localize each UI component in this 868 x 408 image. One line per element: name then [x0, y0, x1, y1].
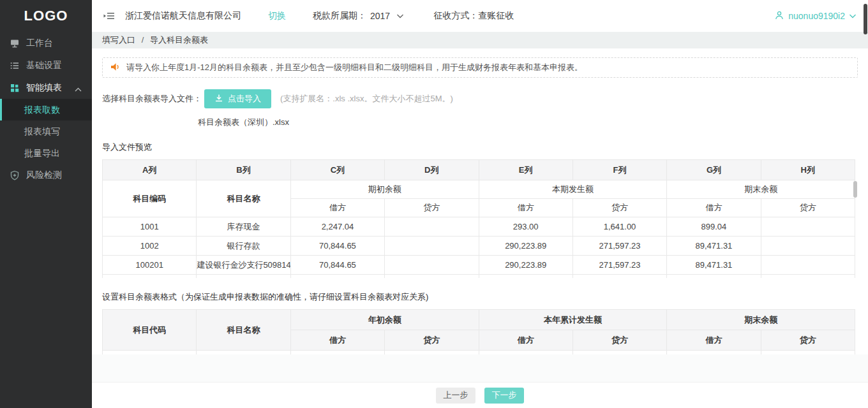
table-cell: 70,844.65 — [290, 256, 384, 275]
tax-period-label: 税款所属期： — [313, 10, 366, 22]
table-cell: 290,223.89 — [479, 256, 572, 275]
table-cell: 89,471.31 — [667, 256, 761, 275]
table-row: 100201建设银行金沙支行50981470,844.65290,223.892… — [103, 256, 855, 275]
breadcrumb-separator: / — [142, 35, 144, 45]
table-cell — [761, 275, 855, 279]
table-cell: 库存现金 — [197, 217, 290, 237]
sidebar-item-label: 基础设置 — [26, 60, 62, 71]
imported-filename: 科目余额表（深圳）.xlsx — [198, 117, 858, 128]
sidebar-item-label: 报表填写 — [24, 126, 60, 136]
import-button[interactable]: 点击导入 — [204, 89, 271, 108]
header-debit: 借方 — [479, 199, 572, 217]
chevron-down-icon — [849, 11, 857, 21]
table-cell: 100201 — [103, 256, 197, 275]
header-debit: 借方 — [290, 330, 384, 351]
chevron-up-icon — [75, 84, 82, 94]
sidebar-subitem-batch-export[interactable]: 批量导出 — [0, 142, 92, 164]
preview-table-wrap: A列 B列 C列 D列 E列 F列 G列 H列 科目编码 科目名称 期初余额 本… — [102, 159, 855, 278]
table-cell — [103, 275, 197, 279]
sidebar-item-workbench[interactable]: 工作台 — [0, 32, 92, 54]
page-scrollbar-thumb[interactable] — [864, 4, 867, 34]
table-cell: 2,247.04 — [290, 217, 384, 237]
tax-period-value[interactable]: 2017 — [370, 11, 390, 21]
table-cell — [290, 275, 384, 279]
table-cell: 1001 — [103, 217, 197, 237]
column-header: D列 — [385, 160, 479, 180]
table-cell: 1,641.00 — [572, 217, 666, 237]
app-logo: LOGO — [0, 0, 92, 32]
table-cell: 271,597.23 — [572, 256, 666, 275]
column-header: E列 — [479, 160, 572, 180]
table-row — [103, 275, 855, 279]
speaker-icon — [110, 62, 121, 74]
monitor-icon — [10, 38, 20, 48]
header-current-amount: 本期发生额 — [479, 180, 667, 199]
table-cell: 290,223.89 — [479, 237, 572, 256]
breadcrumb-parent[interactable]: 填写入口 — [102, 35, 135, 45]
header-credit: 贷方 — [572, 330, 666, 351]
username: nuonuo9190i2 — [788, 11, 845, 21]
notice-banner: 请导入你上年度1月-12月的科目余额表，并且至少包含一级明细科目和二级明细科目，… — [102, 57, 858, 78]
table-cell: 899.04 — [667, 217, 761, 237]
breadcrumb-current: 导入科目余额表 — [150, 35, 208, 45]
column-header: G列 — [667, 160, 761, 180]
top-bar: 浙江爱信诺航天信息有限公司 切换 税款所属期： 2017 征收方式：查账征收 n… — [92, 0, 868, 32]
notice-text: 请导入你上年度1月-12月的科目余额表，并且至少包含一级明细科目和二级明细科目，… — [126, 62, 583, 73]
header-closing-balance: 期末余额 — [667, 180, 855, 199]
column-header: F列 — [572, 160, 666, 180]
table-cell — [572, 275, 666, 279]
header-opening-balance: 年初余额 — [290, 310, 479, 330]
table-cell: 建设银行金沙支行509814 — [197, 256, 290, 275]
table-cell — [761, 237, 855, 256]
sidebar-item-risk-check[interactable]: 风险检测 — [0, 164, 92, 186]
header-credit: 贷方 — [385, 330, 479, 351]
sidebar-item-label: 风险检测 — [26, 170, 62, 181]
shield-icon — [10, 170, 20, 180]
import-button-label: 点击导入 — [228, 93, 261, 105]
sidebar-subitem-report-fill[interactable]: 报表填写 — [0, 120, 92, 142]
column-header: A列 — [103, 160, 197, 180]
sidebar-subitem-report-fetch[interactable]: 报表取数 — [0, 99, 92, 120]
tax-period-group: 税款所属期： 2017 — [313, 10, 404, 22]
header-credit: 贷方 — [572, 199, 666, 217]
preview-title: 导入文件预览 — [102, 142, 858, 153]
header-credit: 贷方 — [761, 199, 855, 217]
table-cell: 70,844.65 — [290, 237, 384, 256]
header-debit: 借方 — [290, 199, 384, 217]
prev-step-button[interactable]: 上一步 — [436, 388, 475, 404]
header-cumulative-amount: 本年累计发生额 — [479, 310, 667, 330]
sidebar-item-smart-form[interactable]: 智能填表 — [0, 76, 92, 99]
list-icon — [10, 61, 20, 71]
menu-fold-icon[interactable] — [103, 11, 115, 21]
table-header-row: A列 B列 C列 D列 E列 F列 G列 H列 — [103, 160, 855, 180]
breadcrumb: 填写入口 / 导入科目余额表 — [92, 32, 868, 48]
next-step-button[interactable]: 下一步 — [484, 388, 524, 404]
user-menu[interactable]: nuonuo9190i2 — [774, 10, 857, 22]
table-cell: 293.00 — [479, 217, 572, 237]
table-cell — [761, 256, 855, 275]
import-hint: (支持扩展名：.xls .xlsx。文件大小不超过5M。) — [280, 93, 453, 105]
column-header: B列 — [197, 160, 290, 180]
table-cell — [385, 237, 479, 256]
table-cell — [385, 256, 479, 275]
table-header-row: 科目编码 科目名称 期初余额 本期发生额 期末余额 — [103, 180, 855, 199]
header-subject-code: 科目编码 — [103, 180, 197, 217]
chevron-down-icon[interactable] — [396, 11, 404, 21]
switch-company-link[interactable]: 切换 — [268, 10, 286, 22]
sidebar: LOGO 工作台 基础设置 智能填表 报表取数 报表填写 批量导出 风险检测 — [0, 0, 92, 408]
footer-actions: 上一步 下一步 — [92, 382, 868, 408]
sidebar-item-basic-settings[interactable]: 基础设置 — [0, 54, 92, 76]
sidebar-item-label: 批量导出 — [24, 148, 60, 158]
import-label: 选择科目余额表导入文件： — [102, 93, 202, 105]
sidebar-item-label: 智能填表 — [26, 82, 62, 94]
column-header: C列 — [290, 160, 384, 180]
header-subject-code: 科目代码 — [103, 310, 197, 351]
table-cell — [385, 217, 479, 237]
header-opening-balance: 期初余额 — [290, 180, 479, 199]
import-row: 选择科目余额表导入文件： 点击导入 (支持扩展名：.xls .xlsx。文件大小… — [102, 89, 858, 108]
table-row: 1001库存现金2,247.04293.001,641.00899.04 — [103, 217, 855, 237]
table-scrollbar-thumb[interactable] — [853, 181, 857, 198]
content-tail — [92, 354, 868, 382]
table-cell — [197, 275, 290, 279]
preview-table-body: 1001库存现金2,247.04293.001,641.00899.041002… — [103, 217, 855, 279]
